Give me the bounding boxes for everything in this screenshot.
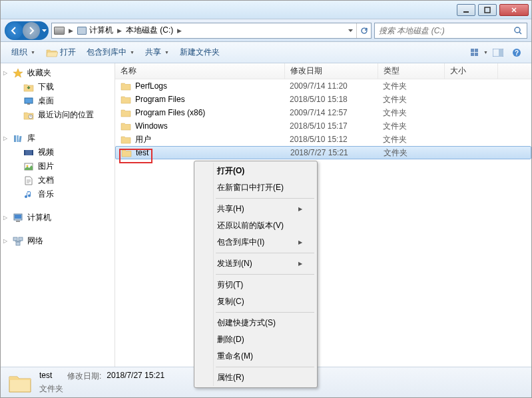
address-dropdown[interactable] xyxy=(344,23,356,38)
video-icon xyxy=(23,147,34,158)
forward-button[interactable] xyxy=(23,22,40,39)
column-type[interactable]: 类型 xyxy=(378,63,445,79)
folder-icon xyxy=(121,95,131,104)
file-row[interactable]: test2018/7/27 15:21文件夹 xyxy=(115,146,531,159)
navigation-pane: ▷收藏夹 下载 桌面 最近访问的位置 ▷库 视频 图片 文档 音乐 ▷计算机 ▷… xyxy=(1,63,115,367)
file-row[interactable]: PerfLogs2009/7/14 11:20文件夹 xyxy=(115,79,531,93)
folder-icon xyxy=(121,135,131,144)
back-button[interactable] xyxy=(5,22,23,39)
folder-icon xyxy=(121,108,131,117)
computer-icon xyxy=(13,213,23,223)
search-box[interactable] xyxy=(374,23,527,39)
breadcrumb-drive[interactable]: 本地磁盘 (C:) xyxy=(124,23,175,38)
file-date: 2018/5/10 15:12 xyxy=(290,135,383,144)
file-row[interactable]: 用户2018/5/10 15:12文件夹 xyxy=(115,133,531,146)
close-button[interactable] xyxy=(499,4,529,16)
sidebar-documents[interactable]: 文档 xyxy=(1,173,115,187)
folder-icon xyxy=(121,81,131,91)
svg-rect-25 xyxy=(13,237,17,241)
breadcrumb-label: 本地磁盘 (C:) xyxy=(126,25,173,36)
svg-rect-5 xyxy=(471,53,474,56)
column-date[interactable]: 修改日期 xyxy=(285,63,378,79)
svg-rect-1 xyxy=(485,7,490,13)
maximize-button[interactable] xyxy=(478,4,497,16)
file-type: 文件夹 xyxy=(383,134,449,145)
minimize-button[interactable] xyxy=(457,4,475,16)
svg-rect-16 xyxy=(19,135,21,141)
star-icon xyxy=(13,68,23,79)
ctx-delete[interactable]: 删除(D) xyxy=(196,331,316,348)
sidebar-videos[interactable]: 视频 xyxy=(1,145,115,159)
ctx-include-library[interactable]: 包含到库中(I)▶ xyxy=(196,234,316,251)
status-type: 文件夹 xyxy=(39,383,63,395)
sidebar-pictures[interactable]: 图片 xyxy=(1,159,115,173)
organize-menu[interactable]: 组织▼ xyxy=(6,44,41,61)
search-icon xyxy=(513,26,523,35)
file-row[interactable]: Program Files2018/5/10 15:18文件夹 xyxy=(115,93,531,106)
file-row[interactable]: Windows2018/5/10 15:17文件夹 xyxy=(115,119,531,133)
refresh-button[interactable] xyxy=(356,23,371,38)
breadcrumb-label: 计算机 xyxy=(89,25,113,36)
desktop-icon xyxy=(23,96,34,107)
ctx-share[interactable]: 共享(H)▶ xyxy=(196,201,316,217)
svg-rect-15 xyxy=(17,135,19,142)
breadcrumb-arrow-icon[interactable]: ▶ xyxy=(175,27,184,34)
svg-rect-26 xyxy=(19,237,23,241)
breadcrumb-computer[interactable]: 计算机 xyxy=(75,23,115,38)
folder-open-icon xyxy=(46,48,58,57)
breadcrumb-drive-icon[interactable] xyxy=(52,23,67,38)
sidebar-computer[interactable]: ▷计算机 xyxy=(1,211,115,225)
svg-rect-14 xyxy=(14,135,16,142)
column-name[interactable]: 名称 xyxy=(115,63,285,79)
svg-rect-12 xyxy=(27,103,30,105)
new-folder-button[interactable]: 新建文件夹 xyxy=(174,44,225,61)
file-type: 文件夹 xyxy=(383,121,449,132)
submenu-arrow-icon: ▶ xyxy=(298,239,302,245)
pictures-icon xyxy=(23,161,34,172)
address-box[interactable]: ▶ 计算机 ▶ 本地磁盘 (C:) ▶ xyxy=(51,23,372,39)
ctx-cut[interactable]: 剪切(T) xyxy=(196,277,316,293)
sidebar-desktop[interactable]: 桌面 xyxy=(1,94,115,108)
window-titlebar xyxy=(1,1,531,19)
file-type: 文件夹 xyxy=(383,107,449,119)
ctx-copy[interactable]: 复制(C) xyxy=(196,293,316,310)
sidebar-downloads[interactable]: 下载 xyxy=(1,80,115,94)
breadcrumb-arrow-icon[interactable]: ▶ xyxy=(115,27,124,34)
view-menu[interactable]: ▼ xyxy=(470,45,489,60)
sidebar-favorites[interactable]: ▷收藏夹 xyxy=(1,66,115,80)
file-list-pane: 名称 修改日期 类型 大小 PerfLogs2009/7/14 11:20文件夹… xyxy=(115,63,531,367)
folder-icon xyxy=(121,121,131,131)
sidebar-music[interactable]: 音乐 xyxy=(1,187,115,201)
svg-rect-27 xyxy=(16,242,20,245)
breadcrumb: ▶ 计算机 ▶ 本地磁盘 (C:) ▶ xyxy=(52,23,184,38)
search-input[interactable] xyxy=(379,26,509,35)
share-menu[interactable]: 共享▼ xyxy=(140,44,174,61)
status-date-label: 修改日期: xyxy=(67,371,101,382)
ctx-restore-previous[interactable]: 还原以前的版本(V) xyxy=(196,217,316,234)
include-menu[interactable]: 包含到库中▼ xyxy=(81,44,140,61)
sidebar-network[interactable]: ▷网络 xyxy=(1,234,115,248)
nav-history-dropdown[interactable] xyxy=(40,22,48,39)
column-size[interactable]: 大小 xyxy=(445,63,498,79)
svg-point-2 xyxy=(515,27,520,33)
sidebar-recent[interactable]: 最近访问的位置 xyxy=(1,108,115,122)
open-button[interactable]: 打开 xyxy=(41,44,81,61)
file-type: 文件夹 xyxy=(384,147,450,159)
status-name: test xyxy=(39,371,52,382)
column-headers: 名称 修改日期 类型 大小 xyxy=(115,63,531,79)
help-button[interactable]: ? xyxy=(507,45,526,60)
file-list: PerfLogs2009/7/14 11:20文件夹Program Files2… xyxy=(115,79,531,159)
file-name: PerfLogs xyxy=(135,81,290,91)
ctx-create-shortcut[interactable]: 创建快捷方式(S) xyxy=(196,315,316,331)
svg-rect-11 xyxy=(25,98,33,103)
file-date: 2009/7/14 11:20 xyxy=(290,81,383,91)
ctx-open[interactable]: 打开(O) xyxy=(196,163,316,179)
sidebar-libraries[interactable]: ▷库 xyxy=(1,131,115,145)
breadcrumb-arrow-icon[interactable]: ▶ xyxy=(67,27,75,34)
ctx-send-to[interactable]: 发送到(N)▶ xyxy=(196,255,316,272)
ctx-rename[interactable]: 重命名(M) xyxy=(196,348,316,365)
ctx-properties[interactable]: 属性(R) xyxy=(196,369,316,386)
preview-pane-button[interactable] xyxy=(489,45,507,60)
ctx-open-new-window[interactable]: 在新窗口中打开(E) xyxy=(196,179,316,196)
file-row[interactable]: Program Files (x86)2009/7/14 12:57文件夹 xyxy=(115,106,531,119)
